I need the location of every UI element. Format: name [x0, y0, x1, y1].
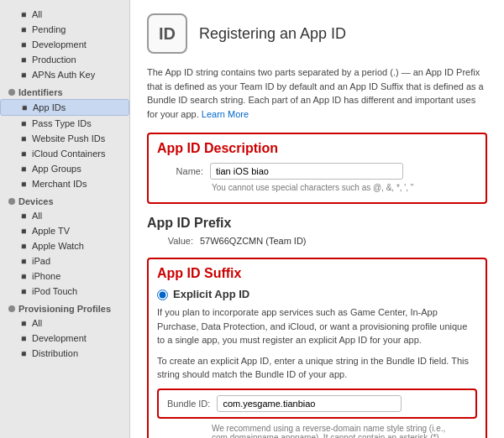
- sidebar-item-dot: ◾: [18, 227, 29, 236]
- sidebar-item-dot: ◾: [18, 40, 29, 50]
- sidebar-item-dot: ◾: [18, 164, 29, 174]
- prefix-value-label: Value:: [147, 236, 193, 246]
- sidebar-item-dot: ◾: [18, 180, 29, 189]
- sidebar-item-dot: ◾: [18, 70, 29, 80]
- page-header: ID Registering an App ID: [147, 13, 487, 54]
- sidebar-item-devices-all[interactable]: ◾All: [0, 208, 129, 223]
- explicit-radio[interactable]: [157, 289, 168, 300]
- sidebar-item-label: Website Push IDs: [32, 133, 105, 143]
- sidebar-item-dot: ◾: [18, 134, 29, 143]
- sidebar: ◾All◾Pending◾Development◾Production◾APNs…: [0, 0, 130, 438]
- description-section-title: App ID Description: [157, 141, 477, 156]
- sidebar-item-label: iPhone: [32, 271, 60, 281]
- page-icon: ID: [147, 13, 187, 54]
- sidebar-item-iphone[interactable]: ◾iPhone: [0, 269, 129, 284]
- sidebar-item-label: All: [32, 9, 42, 19]
- sidebar-section-profiles-header: Provisioning Profiles: [0, 299, 129, 315]
- sidebar-item-ipod[interactable]: ◾iPod Touch: [0, 284, 129, 299]
- sidebar-item-pending[interactable]: ◾Pending: [0, 22, 129, 37]
- sidebar-item-dot: ◾: [18, 287, 29, 296]
- sidebar-item-label: Pass Type IDs: [32, 118, 92, 128]
- bundle-id-row: Bundle ID:: [157, 388, 477, 419]
- sidebar-item-profiles-dev[interactable]: ◾Development: [0, 331, 129, 346]
- prefix-value: 57W66QZCMN (Team ID): [200, 236, 307, 246]
- sidebar-item-label: Distribution: [32, 348, 78, 358]
- sidebar-item-label: Pending: [32, 24, 66, 34]
- sidebar-item-dot: ◾: [18, 149, 29, 159]
- explicit-app-id-row: Explicit App ID: [157, 288, 477, 300]
- sidebar-item-apple-tv[interactable]: ◾Apple TV: [0, 223, 129, 238]
- sidebar-item-dot: ◾: [18, 257, 29, 266]
- sidebar-item-all-top[interactable]: ◾All: [0, 7, 129, 22]
- intro-text: The App ID string contains two parts sep…: [147, 65, 487, 121]
- bundle-id-input[interactable]: [217, 395, 402, 412]
- suffix-section-title: App ID Suffix: [157, 266, 477, 281]
- sidebar-item-dot: ◾: [18, 334, 29, 343]
- sidebar-item-dot: ◾: [18, 349, 29, 358]
- bundle-hint: We recommend using a reverse-domain name…: [212, 424, 477, 439]
- sidebar-item-dot: ◾: [18, 119, 29, 128]
- sidebar-item-dot: ◾: [18, 242, 29, 251]
- sidebar-item-label: iCloud Containers: [32, 149, 105, 159]
- sidebar-item-apple-watch[interactable]: ◾Apple Watch: [0, 238, 129, 253]
- sidebar-item-website-push[interactable]: ◾Website Push IDs: [0, 131, 129, 146]
- sidebar-item-dev[interactable]: ◾Development: [0, 37, 129, 52]
- page-title: Registering an App ID: [199, 25, 346, 43]
- name-hint: You cannot use special characters such a…: [212, 183, 477, 192]
- sidebar-item-label: Production: [32, 55, 76, 65]
- sidebar-item-ipad[interactable]: ◾iPad: [0, 253, 129, 269]
- sidebar-item-dot: ◾: [18, 272, 29, 281]
- sidebar-item-dot: ◾: [18, 55, 29, 65]
- sidebar-item-app-ids[interactable]: ◾App IDs: [0, 99, 129, 116]
- sidebar-item-label: Development: [32, 39, 87, 50]
- sidebar-item-profiles-dist[interactable]: ◾Distribution: [0, 346, 129, 361]
- suffix-desc2: To create an explicit App ID, enter a un…: [157, 354, 477, 382]
- app-id-description-section: App ID Description Name: You cannot use …: [147, 133, 487, 204]
- sidebar-item-merchant[interactable]: ◾Merchant IDs: [0, 176, 129, 191]
- sidebar-item-label: Apple TV: [32, 226, 70, 236]
- sidebar-item-prod[interactable]: ◾Production: [0, 52, 129, 67]
- sidebar-item-dot: ◾: [18, 211, 29, 221]
- sidebar-item-label: Merchant IDs: [32, 179, 87, 189]
- app-id-prefix-section: App ID Prefix Value: 57W66QZCMN (Team ID…: [147, 216, 487, 246]
- bundle-id-label: Bundle ID:: [167, 399, 210, 409]
- sidebar-item-label: All: [32, 211, 42, 221]
- name-input[interactable]: [210, 163, 403, 180]
- sidebar-item-label: App Groups: [32, 164, 81, 174]
- name-label: Name:: [157, 166, 203, 176]
- sidebar-item-label: APNs Auth Key: [32, 70, 95, 80]
- explicit-radio-label: Explicit App ID: [173, 288, 249, 300]
- app-id-suffix-section: App ID Suffix Explicit App ID If you pla…: [147, 258, 487, 438]
- learn-more-link[interactable]: Learn More: [202, 109, 249, 119]
- prefix-value-row: Value: 57W66QZCMN (Team ID): [147, 236, 487, 246]
- sidebar-item-app-groups[interactable]: ◾App Groups: [0, 161, 129, 176]
- sidebar-item-icloud[interactable]: ◾iCloud Containers: [0, 146, 129, 161]
- suffix-desc1: If you plan to incorporate app services …: [157, 305, 477, 347]
- sidebar-item-dot: ◾: [18, 10, 29, 19]
- sidebar-item-dot: ◾: [19, 103, 29, 112]
- sidebar-item-dot: ◾: [18, 319, 29, 328]
- sidebar-item-label: All: [32, 318, 42, 328]
- sidebar-item-dot: ◾: [18, 25, 29, 34]
- sidebar-item-label: Development: [32, 333, 87, 343]
- name-row: Name:: [157, 163, 477, 180]
- sidebar-section-devices-header: Devices: [0, 191, 129, 208]
- main-content: ID Registering an App ID The App ID stri…: [130, 0, 504, 438]
- sidebar-item-pass-type[interactable]: ◾Pass Type IDs: [0, 116, 129, 131]
- sidebar-item-label: iPad: [32, 256, 50, 266]
- sidebar-item-apns[interactable]: ◾APNs Auth Key: [0, 67, 129, 82]
- sidebar-item-label: Apple Watch: [32, 241, 84, 251]
- sidebar-item-label: iPod Touch: [32, 286, 77, 296]
- sidebar-section-identifiers-header: Identifiers: [0, 82, 129, 99]
- sidebar-item-label: App IDs: [33, 102, 66, 112]
- prefix-section-title: App ID Prefix: [147, 216, 487, 231]
- sidebar-item-profiles-all[interactable]: ◾All: [0, 315, 129, 331]
